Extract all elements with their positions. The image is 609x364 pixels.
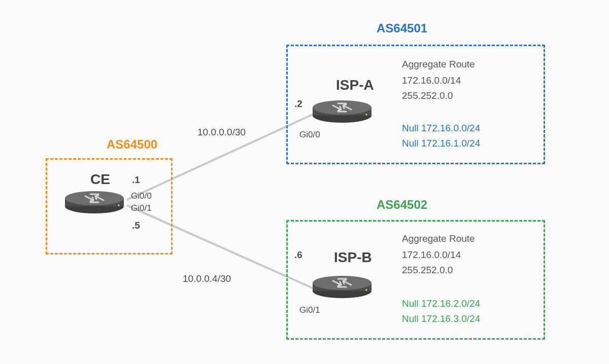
as64502-title: AS64502 <box>377 198 427 212</box>
svg-point-13 <box>365 289 367 291</box>
ispb-ip: .6 <box>294 249 302 261</box>
ce-label: CE <box>90 171 110 188</box>
ispa-router <box>312 99 373 124</box>
ispb-agg-mask: 255.252.0.0 <box>402 265 453 276</box>
svg-point-5 <box>118 204 120 206</box>
as64500-title: AS64500 <box>107 137 157 152</box>
ispb-null2: Null 172.16.3.0/24 <box>402 313 480 324</box>
ispb-iface: Gi0/1 <box>299 305 320 315</box>
ispb-null1: Null 172.16.2.0/24 <box>402 298 480 309</box>
ce-router <box>64 190 125 214</box>
link-b-subnet: 10.0.0.4/30 <box>183 273 231 284</box>
svg-point-8 <box>313 100 371 115</box>
as64501-title: AS64501 <box>377 21 427 35</box>
svg-point-12 <box>313 276 371 290</box>
ce-ip-g01: .5 <box>132 220 140 231</box>
ispa-agg-net: 172.16.0.0/14 <box>402 75 461 86</box>
svg-point-9 <box>365 114 367 116</box>
ispb-agg-title: Aggregate Route <box>402 233 475 244</box>
ce-iface-g01: Gi0/1 <box>131 203 152 213</box>
ispb-label: ISP-B <box>334 249 372 266</box>
ispa-label: ISP-A <box>336 77 374 93</box>
ispa-iface: Gi0/0 <box>299 130 320 140</box>
ispa-null1: Null 172.16.0.0/24 <box>402 123 480 134</box>
ispa-agg-title: Aggregate Route <box>402 59 475 70</box>
ispa-ip: .2 <box>294 98 302 110</box>
link-a-subnet: 10.0.0.0/30 <box>197 127 246 138</box>
ispa-null2: Null 172.16.1.0/24 <box>402 138 480 149</box>
ispb-router <box>312 275 373 299</box>
ce-ip-g00: .1 <box>132 174 140 186</box>
svg-point-4 <box>65 191 124 205</box>
ispa-agg-mask: 255.252.0.0 <box>402 90 453 101</box>
ce-iface-g00: Gi0/0 <box>131 191 152 201</box>
ispb-agg-net: 172.16.0.0/14 <box>402 249 461 261</box>
